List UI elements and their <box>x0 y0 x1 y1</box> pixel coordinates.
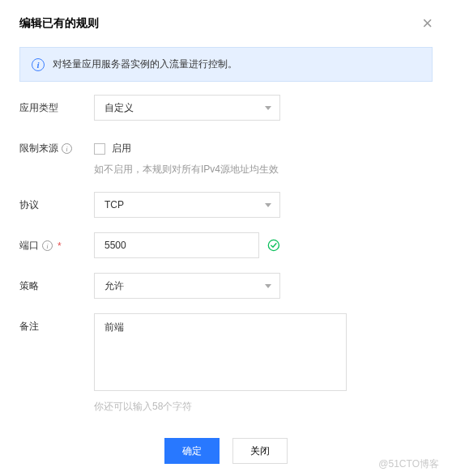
label-remark: 备注 <box>19 313 94 334</box>
svg-point-0 <box>269 240 279 251</box>
label-port: 端口 i * <box>19 232 94 253</box>
char-count-hint: 你还可以输入58个字符 <box>94 400 347 414</box>
info-text: 对轻量应用服务器实例的入流量进行控制。 <box>53 57 237 71</box>
check-circle-icon <box>267 238 280 253</box>
textarea-remark[interactable] <box>94 313 347 391</box>
label-app-type: 应用类型 <box>19 95 94 115</box>
watermark: @51CTO博客 <box>378 457 439 471</box>
help-icon[interactable]: i <box>42 240 53 251</box>
info-icon: i <box>32 58 45 71</box>
label-protocol: 协议 <box>19 192 94 212</box>
dialog-title: 编辑已有的规则 <box>19 16 99 31</box>
required-mark: * <box>58 240 62 252</box>
select-app-type[interactable]: 自定义 <box>94 95 280 121</box>
form: 应用类型 自定义 限制来源 i 启用 如不启用，本规则对所有IPv4源地址均生效… <box>0 95 452 414</box>
checkbox-enable-label: 启用 <box>112 142 131 155</box>
checkbox-enable[interactable] <box>94 143 105 155</box>
close-icon[interactable]: × <box>422 15 433 32</box>
label-policy: 策略 <box>19 273 94 293</box>
select-protocol[interactable]: TCP <box>94 192 280 218</box>
help-icon[interactable]: i <box>62 143 72 154</box>
label-restrict: 限制来源 i <box>19 135 94 155</box>
info-banner: i 对轻量应用服务器实例的入流量进行控制。 <box>19 47 433 82</box>
restrict-hint: 如不启用，本规则对所有IPv4源地址均生效 <box>94 162 369 177</box>
select-policy[interactable]: 允许 <box>94 273 280 299</box>
input-port[interactable] <box>94 232 259 258</box>
ok-button[interactable]: 确定 <box>164 438 220 464</box>
close-button[interactable]: 关闭 <box>232 438 288 464</box>
